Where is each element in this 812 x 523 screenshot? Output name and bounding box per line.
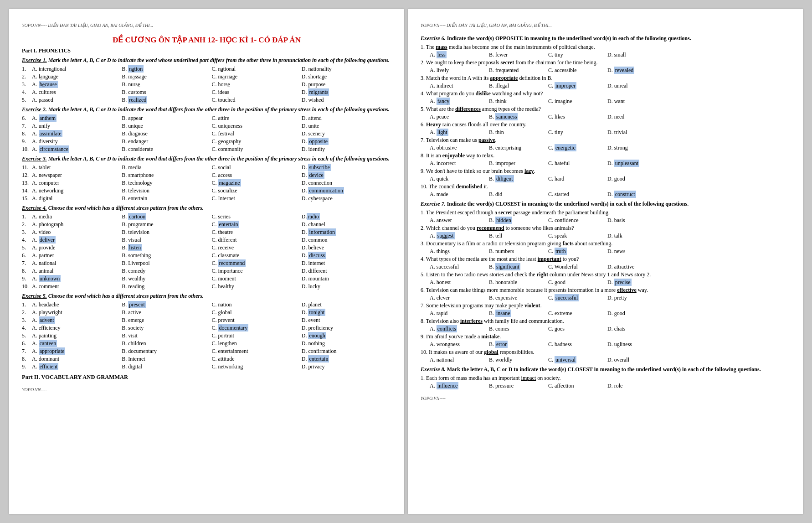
ex4-q5: 5. A. provide B. listen C. receive D. be… bbox=[22, 244, 391, 251]
ex7-q2-ans: A. suggest B. tell C. speak D. talk bbox=[430, 233, 790, 239]
ex5-q1: 1. A. headache B. present C. nation D. p… bbox=[22, 301, 391, 308]
q3: 3. A. because B. nurse C. horse D. purpo… bbox=[22, 81, 391, 88]
ex7-q4-text: 4. What types of the media are the most … bbox=[421, 256, 790, 263]
ex7-q3-ans: A. things B. numbers C. truth D. news bbox=[430, 248, 790, 255]
q13: 13. A. computer B. technology C. magazin… bbox=[22, 180, 391, 186]
q1: 1. A. international B. nation C. nationa… bbox=[22, 66, 391, 72]
left-footer: YOPO.VN---- bbox=[22, 387, 391, 392]
ex8-q1-ans: A. influence B. pressure C. affection D.… bbox=[430, 383, 790, 389]
q9: 9. A. diversity B. endanger C. geography… bbox=[22, 138, 391, 145]
ex6-header: Exercise 6. Indicate the word(s) OPPOSIT… bbox=[421, 35, 790, 42]
ex4-q4: 4. A. deliver B. visual C. different D. … bbox=[22, 237, 391, 243]
right-page: YOPO.VN---- DIỄN ĐÀN TÀI LIỆU, GIÁO ÁN, … bbox=[408, 9, 803, 514]
q2: 2. A. language B. massage C. marriage D.… bbox=[22, 73, 391, 80]
ex5-q3: 3. A. advent B. emerge C. prevent D. eve… bbox=[22, 317, 391, 324]
q4: 4. A. cultures B. customs C. ideas D. mi… bbox=[22, 89, 391, 96]
ex6-q9-ans: A. quick B. diligent C. hard D. good bbox=[430, 176, 790, 182]
ex7-q10-ans: A. national B. worldly C. universal D. o… bbox=[430, 357, 790, 363]
left-page: YOPO.VN---- DIỄN ĐÀN TÀI LIỆU, GIÁO ÁN, … bbox=[9, 9, 404, 514]
ex6-q6-ans: A. light B. thin C. tiny D. trivial bbox=[430, 129, 790, 136]
ex4-q2: 2. A. photograph B. programme C. enterta… bbox=[22, 221, 391, 228]
q6: 6. A. anthem B. appear C. attire D. atte… bbox=[22, 115, 391, 122]
ex5-q8: 8. A. dominant B. Internet C. attitude D… bbox=[22, 356, 391, 362]
ex7-q5-ans: A. honest B. honorable C. good D. precis… bbox=[430, 279, 790, 286]
ex4-q6: 6. A. partner B. something C. classmate … bbox=[22, 252, 391, 259]
ex6-q9-text: 9. We don't have to think so our brain b… bbox=[421, 168, 790, 175]
q14: 14. A. networking B. television C. socia… bbox=[22, 187, 391, 194]
ex6-q2-ans: A. lively B. frequented C. accessible D.… bbox=[430, 67, 790, 74]
ex7-q8-text: 8. Television also interferes with famil… bbox=[421, 318, 790, 325]
ex6-q8-ans: A. incorrect B. improper C. hateful D. u… bbox=[430, 160, 790, 167]
q11: 11. A. tablet B. media C. social D. subs… bbox=[22, 164, 391, 171]
ex7-q7-ans: A. rapid B. insane C. extreme D. good bbox=[430, 310, 790, 317]
ex7-q2-text: 2. Which channel do you recommend to som… bbox=[421, 225, 790, 232]
ex4-q1: 1. A. media B. cartoon C. series D.radio bbox=[22, 213, 391, 220]
q5: 5. A. passed B. realized C. touched D. w… bbox=[22, 97, 391, 104]
ex6-q7-ans: A. obtrusive B. enterprising C. energeti… bbox=[430, 145, 790, 151]
part2-title: Part II. VOCABULARY AND GRAMMAR bbox=[22, 374, 391, 381]
right-footer: YOPO.VN---- bbox=[421, 396, 790, 401]
ex3-title: Exercise 3. Mark the letter A, B, C or D… bbox=[22, 155, 391, 162]
ex8-q1-text: 1. Each form of mass media has an import… bbox=[421, 375, 790, 382]
ex7-q6-text: 6. Television can make things more memor… bbox=[421, 287, 790, 294]
ex6-q3-text: 3. Match the word in A with its appropri… bbox=[421, 75, 790, 82]
pages-container: YOPO.VN---- DIỄN ĐÀN TÀI LIỆU, GIÁO ÁN, … bbox=[9, 9, 803, 514]
ex5-q9: 9. A. efficient B. digital C. networking… bbox=[22, 363, 391, 370]
ex6-q3-ans: A. indirect B. illegal C. improper D. un… bbox=[430, 83, 790, 89]
ex5-q2: 2. A. playwright B. active C. global D. … bbox=[22, 309, 391, 316]
ex6-q8-text: 8. It is an enjoyable way to relax. bbox=[421, 152, 790, 159]
ex4-q10: 10. A. comment B. reading C. healthy D. … bbox=[22, 283, 391, 290]
ex5-title: Exercise 5. Choose the word which has a … bbox=[22, 293, 391, 300]
ex7-q1-ans: A. answer B. hidden C. confidence D. bas… bbox=[430, 217, 790, 224]
ex6-q5-text: 5. What are the differences among types … bbox=[421, 106, 790, 113]
ex7-q7-text: 7. Some television programs may make peo… bbox=[421, 302, 790, 309]
ex4-q8: 8. A. animal B. comedy C. importance D. … bbox=[22, 268, 391, 274]
ex6-q5-ans: A. peace B. sameness C. likes D. need bbox=[430, 114, 790, 120]
ex7-q1-text: 1. The President escaped through a secre… bbox=[421, 209, 790, 216]
ex2-title: Exercise 2. Mark the letter A, B, C or D… bbox=[22, 106, 391, 113]
ex7-q9-text: 9. I'm afraid you've made a mistake. bbox=[421, 333, 790, 340]
ex7-q4-ans: A. successful B. significant C. Wonderfu… bbox=[430, 264, 790, 270]
ex5-q4: 4. A. efficiency B. society C. documenta… bbox=[22, 325, 391, 331]
part1-title: Part I. PHONETICS bbox=[22, 47, 391, 54]
q8: 8. A. assimilate B. diagnose C. festival… bbox=[22, 130, 391, 137]
ex7-header: Exercise 7. Indicate the word(s) CLOSEST… bbox=[421, 201, 790, 207]
ex6-q4-ans: A. fancy B. think C. imagine D. want bbox=[430, 98, 790, 105]
ex5-q6: 6. A. canteen B. children C. lengthen D.… bbox=[22, 340, 391, 347]
ex7-q8-ans: A. conflicts B. comes C. goes D. chats bbox=[430, 326, 790, 332]
ex7-q6-ans: A. clever B. expensive C. successful D. … bbox=[430, 295, 790, 301]
q10: 10. A. circumstance B. considerate C. co… bbox=[22, 146, 391, 153]
q7: 7. A. unify B. unique C. uniqueness D. u… bbox=[22, 123, 391, 129]
ex6-q10-ans: A. made B. did C. started D. construct bbox=[430, 191, 790, 198]
ex4-title: Exercise 4. Choose the word which has a … bbox=[22, 205, 391, 212]
ex6-q6-text: 6. Heavy rain causes floods all over the… bbox=[421, 121, 790, 128]
ex5-q5: 5. A. painting B. visit C. portrait D. e… bbox=[22, 332, 391, 339]
q15: 15. A. digital B. entertain C. Internet … bbox=[22, 195, 391, 202]
ex7-q10-text: 10. It makes us aware of our global resp… bbox=[421, 349, 790, 356]
ex5-q7: 7. A. appropriate B. documentary C. ente… bbox=[22, 348, 391, 355]
main-title: ĐỀ CƯƠNG ÔN TẬP ANH 12- HỌC KÌ 1- CÓ ĐÁP… bbox=[22, 35, 391, 45]
ex6-q7-text: 7. Television can make us passive. bbox=[421, 137, 790, 144]
left-watermark: YOPO.VN---- DIỄN ĐÀN TÀI LIỆU, GIÁO ÁN, … bbox=[22, 23, 391, 28]
ex7-q9-ans: A. wrongness B. error C. badness D. ugli… bbox=[430, 341, 790, 348]
ex6-q1-ans: A. less B. fewer C. tiny D. small bbox=[430, 52, 790, 58]
ex7-q3-text: 3. Documentary is a film or a radio or t… bbox=[421, 240, 790, 247]
ex1-title: Exercise 1. Mark the letter A, B, C or D… bbox=[22, 57, 391, 64]
ex6-q1-text: 1. The mass media has become one of the … bbox=[421, 44, 790, 51]
ex6-q4-text: 4. What program do you dislike watching … bbox=[421, 90, 790, 97]
ex6-q2-text: 2. We ought to keep these proposals secr… bbox=[421, 59, 790, 66]
ex4-q3: 3. A. video B. television C. theatre D. … bbox=[22, 229, 391, 236]
ex4-q9: 9. A. unknown B. wealthy C. moment D. mo… bbox=[22, 275, 391, 282]
ex6-q10-text: 10. The council demolished it. bbox=[421, 183, 790, 190]
ex4-q7: 7. A. national B. Liverpool C. recommend… bbox=[22, 260, 391, 267]
q12: 12. A. newspaper B. smartphone C. access… bbox=[22, 172, 391, 179]
right-watermark: YOPO.VN---- DIỄN ĐÀN TÀI LIỆU, GIÁO ÁN, … bbox=[421, 23, 790, 28]
ex7-q5-text: 5. Listen to the two radio news stories … bbox=[421, 271, 790, 278]
ex8-header: Exercise 8. Mark the letter A, B, C or D… bbox=[421, 366, 790, 373]
